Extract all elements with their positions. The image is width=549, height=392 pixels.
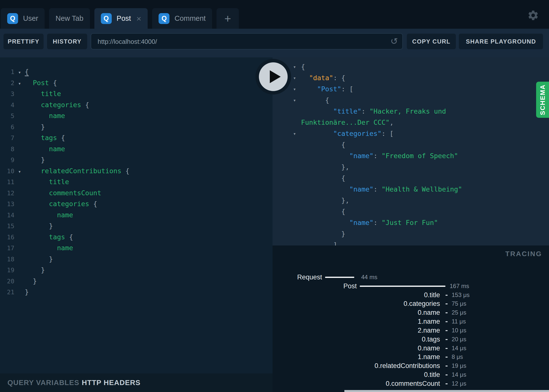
query-editor[interactable]: 1{2Post {3title4categories {5name6}7tags… [0,57,273,373]
trace-label: 2.name [273,325,440,335]
response-text: "categories": [ [301,129,394,139]
trace-label: 0.categories [273,299,440,309]
code-text: title [25,88,61,99]
tab-post[interactable]: QPost× [94,8,148,29]
trace-tick [445,348,448,349]
url-bar [91,33,403,49]
code-line: 21} [0,287,273,297]
code-text: name [25,110,65,121]
code-text: categories { [25,198,97,209]
code-line: 18} [0,254,273,265]
collapse-arrow-icon[interactable] [290,73,299,83]
query-badge-icon: Q [159,13,169,24]
line-number: 15 [0,221,14,232]
trace-time: 19 μs [452,361,466,371]
code-line: 1{ [0,66,273,77]
code-line: 19} [0,265,273,275]
tab-comment[interactable]: QComment [152,8,212,29]
trace-label: 0.tags [273,334,440,344]
reload-icon[interactable] [390,36,398,47]
code-text: relatedContributions { [25,166,130,176]
code-line: 4categories { [0,99,273,110]
code-line: 7tags { [0,132,273,143]
trace-row-1-name: 1.name8 μs [273,352,549,362]
response-text: { [301,207,345,217]
trace-time: 20 μs [452,334,466,344]
line-number: 10 [0,166,14,177]
trace-duration-bar [325,277,354,278]
trace-label: 1.name [273,317,440,326]
response-viewer: {"data": {"Post": [{"title": "Hacker, Fr… [273,57,549,245]
settings-gear-icon[interactable] [527,9,539,21]
tab-new-tab[interactable]: New Tab [49,8,90,29]
line-number: 8 [0,144,14,155]
schema-side-tab[interactable]: SCHEMA [536,82,549,118]
trace-label: Request [273,272,322,282]
code-line: 6} [0,122,273,132]
code-text: tags { [25,232,73,243]
line-number: 4 [0,100,14,111]
collapse-arrow-icon[interactable] [290,95,299,105]
trace-time: 75 μs [452,299,466,309]
collapse-arrow-icon[interactable] [290,84,299,94]
schema-side-tab-label: SCHEMA [539,84,547,115]
code-text: title [25,176,69,187]
trace-row-1-name: 1.name11 μs [273,317,549,326]
url-input[interactable] [97,34,383,49]
line-number: 7 [0,133,14,144]
response-line: "name": "Freedom of Speech" [273,151,549,161]
trace-tick [445,312,448,313]
execute-query-button[interactable] [255,59,291,95]
response-text: "Post": [ [301,84,353,94]
response-line: { [273,207,549,217]
response-text: }, [301,162,349,172]
response-text: { [301,140,345,150]
close-tab-icon[interactable]: × [137,14,141,23]
query-variables-tab[interactable]: QUERY VARIABLES [7,373,79,392]
response-line: "categories": [ [273,129,549,139]
collapse-arrow-icon[interactable] [290,62,299,72]
trace-row-0-name: 0.name25 μs [273,308,549,318]
response-text: "data": { [301,73,345,83]
collapse-arrow-icon[interactable] [290,129,299,139]
code-text: } [25,287,29,297]
response-line: "Post": [ [273,84,549,94]
http-headers-tab[interactable]: HTTP HEADERS [82,373,140,392]
response-line: { [273,173,549,183]
trace-time: 25 μs [452,308,466,318]
trace-time: 44 ms [361,272,377,282]
response-text: { [301,95,329,105]
tab-user[interactable]: QUser [1,8,45,29]
response-line: { [273,95,549,105]
trace-tick [445,321,448,322]
prettify-button[interactable]: PRETTIFY [3,34,44,49]
horizontal-scrollbar[interactable] [344,390,549,392]
trace-time: 14 μs [452,370,466,380]
trace-tick [445,339,448,340]
line-number: 12 [0,188,14,199]
line-number: 20 [0,276,14,287]
copy-curl-button[interactable]: COPY CURL [407,34,456,49]
response-text: Funktionäre...Der CCC", [301,118,394,127]
line-number: 6 [0,122,14,133]
code-text: name [25,243,73,253]
trace-row-0-title: 0.title14 μs [273,370,549,380]
trace-label: 0.title [273,370,440,380]
share-playground-button[interactable]: SHARE PLAYGROUND [459,34,543,49]
fold-arrow-icon[interactable] [14,67,25,78]
line-number: 14 [0,210,14,221]
history-button[interactable]: HISTORY [47,34,87,49]
fold-arrow-icon[interactable] [14,78,25,89]
fold-arrow-icon[interactable] [14,166,25,177]
trace-label: Post [273,281,357,291]
code-text: } [25,122,45,132]
trace-label: 1.name [273,352,440,362]
code-text: } [25,276,37,287]
response-line: "name": "Health & Wellbeing" [273,184,549,194]
trace-row-post: Post167 ms [273,281,549,291]
new-tab-button[interactable]: + [217,8,239,29]
tab-strip: QUserNew TabQPost×QComment+ [1,0,239,29]
code-text: } [25,220,53,231]
response-line: "title": "Hacker, Freaks und [273,106,549,116]
line-number: 11 [0,177,14,188]
